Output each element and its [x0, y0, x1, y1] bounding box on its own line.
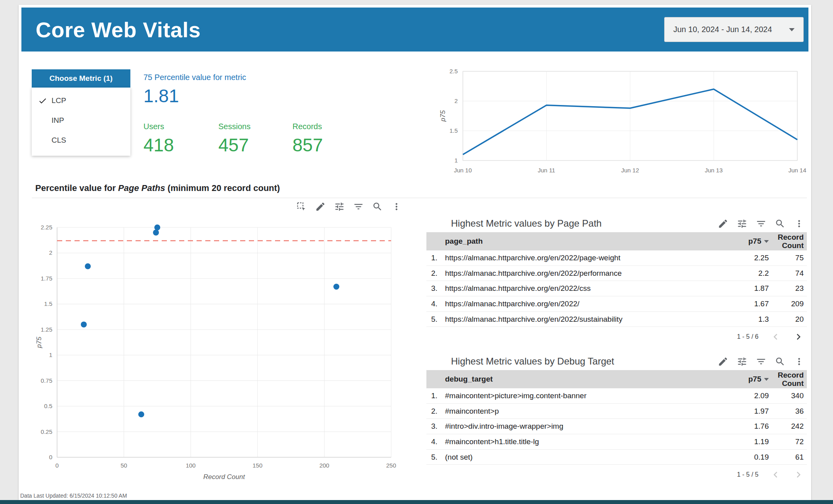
row-p75: 1.87	[717, 284, 769, 293]
data-point	[153, 229, 159, 235]
prev-page-icon[interactable]	[770, 469, 781, 481]
table-row[interactable]: 3. #intro>div.intro-image-wrapper>img 1.…	[426, 419, 807, 434]
row-index: 2.	[426, 269, 445, 278]
row-index: 2.	[426, 407, 445, 416]
row-p75: 1.76	[717, 422, 769, 431]
section-title-emphasis: Page Paths	[118, 183, 165, 193]
column-header-debug-target[interactable]: debug_target	[445, 375, 717, 384]
column-header-p75[interactable]: p75	[717, 237, 769, 246]
row-index: 1.	[426, 391, 445, 400]
data-point	[333, 284, 339, 290]
metric-selector-header[interactable]: Choose Metric (1)	[32, 69, 130, 88]
table-row[interactable]: 2. https://almanac.httparchive.org/en/20…	[426, 266, 807, 281]
row-dimension: https://almanac.httparchive.org/en/2022/…	[445, 315, 717, 324]
table-row[interactable]: 4. #maincontent>h1.title.title-lg 1.19 7…	[426, 434, 807, 450]
sort-desc-icon	[764, 240, 769, 243]
svg-text:Jun 12: Jun 12	[621, 167, 639, 174]
row-index: 3.	[426, 422, 445, 431]
row-dimension: https://almanac.httparchive.org/en/2022/…	[445, 269, 717, 278]
table-body: 1. https://almanac.httparchive.org/en/20…	[426, 250, 807, 327]
table-row[interactable]: 1. https://almanac.httparchive.org/en/20…	[426, 250, 807, 266]
row-record-count: 23	[769, 284, 807, 293]
svg-text:Jun 14: Jun 14	[788, 167, 806, 174]
table-titlebar: Highest Metric values by Debug Target	[426, 353, 807, 370]
metric-option-cls[interactable]: CLS	[32, 130, 130, 150]
filter-icon[interactable]	[353, 201, 364, 212]
svg-text:100: 100	[186, 462, 196, 469]
next-page-icon[interactable]	[793, 469, 804, 481]
section-title-prefix: Percentile value for	[35, 183, 118, 193]
column-header-page-path[interactable]: page_path	[445, 237, 717, 246]
table-row[interactable]: 2. #maincontent>p 1.97 36	[426, 404, 807, 419]
svg-text:250: 250	[386, 462, 396, 469]
data-point	[81, 321, 87, 327]
edit-icon[interactable]	[718, 218, 728, 229]
svg-text:Jun 10: Jun 10	[454, 167, 472, 174]
chart-toolbar	[296, 201, 402, 212]
theme-footer-bar	[0, 500, 833, 504]
pagination-range: 1 - 5 / 5	[737, 471, 758, 478]
table-row[interactable]: 4. https://almanac.httparchive.org/en/20…	[426, 296, 807, 312]
timeseries-chart[interactable]: 11.522.5Jun 10Jun 11Jun 12Jun 13Jun 14p7…	[439, 66, 807, 177]
row-p75: 1.67	[717, 300, 769, 308]
filter-icon[interactable]	[756, 218, 766, 229]
date-range-picker[interactable]: Jun 10, 2024 - Jun 14, 2024	[664, 17, 804, 42]
scorecard-value: 457	[218, 134, 250, 156]
prev-page-icon[interactable]	[770, 331, 781, 343]
row-record-count: 36	[769, 407, 807, 416]
row-p75: 2.25	[717, 254, 769, 262]
box-select-icon[interactable]	[296, 201, 307, 212]
table-header-row: debug_target p75 Record Count	[426, 370, 807, 388]
table-row[interactable]: 1. #maincontent>picture>img.content-bann…	[426, 388, 807, 404]
section-divider	[32, 198, 807, 198]
more-vert-icon[interactable]	[794, 356, 804, 367]
last-updated-note: Data Last Updated: 6/15/2024 10:12:50 AM	[20, 493, 127, 499]
table-page-path: Highest Metric values by Page Path page_…	[426, 215, 807, 347]
svg-text:0: 0	[49, 454, 52, 460]
tune-icon[interactable]	[334, 201, 345, 212]
table-row[interactable]: 5. (not set) 0.19 61	[426, 450, 807, 465]
row-p75: 1.3	[717, 315, 769, 324]
scatter-chart[interactable]: 00.250.50.7511.251.51.7522.2505010015020…	[36, 221, 417, 484]
scorecard-value: 418	[143, 134, 174, 156]
zoom-icon[interactable]	[775, 218, 785, 229]
row-record-count: 242	[769, 422, 807, 431]
metric-option-lcp[interactable]: LCP	[32, 91, 130, 111]
data-point	[85, 263, 91, 269]
table-row[interactable]: 5. https://almanac.httparchive.org/en/20…	[426, 312, 807, 327]
edit-icon[interactable]	[315, 201, 326, 212]
column-header-record-count[interactable]: Record Count	[769, 233, 807, 250]
row-dimension: #intro>div.intro-image-wrapper>img	[445, 422, 717, 431]
section-title-suffix: (minimum 20 record count)	[165, 183, 280, 193]
svg-text:Jun 11: Jun 11	[538, 167, 555, 174]
row-index: 3.	[426, 284, 445, 293]
row-index: 4.	[426, 437, 445, 446]
metric-option-inp[interactable]: INP	[32, 111, 130, 130]
row-record-count: 20	[769, 315, 807, 324]
row-p75: 1.97	[717, 407, 769, 416]
more-vert-icon[interactable]	[794, 218, 804, 229]
table-row[interactable]: 3. https://almanac.httparchive.org/en/20…	[426, 281, 807, 296]
tune-icon[interactable]	[737, 356, 747, 367]
svg-text:150: 150	[252, 462, 262, 469]
data-point	[154, 225, 160, 231]
next-page-icon[interactable]	[793, 331, 804, 343]
zoom-icon[interactable]	[372, 201, 383, 212]
row-index: 5.	[426, 453, 445, 462]
row-p75: 1.19	[717, 437, 769, 446]
metric-option-label: CLS	[52, 136, 66, 145]
more-vert-icon[interactable]	[391, 201, 402, 212]
edit-icon[interactable]	[718, 356, 728, 367]
report-card: Core Web Vitals Jun 10, 2024 - Jun 14, 2…	[19, 5, 811, 500]
tune-icon[interactable]	[737, 218, 747, 229]
column-header-p75[interactable]: p75	[717, 375, 769, 384]
table-toolbar	[718, 218, 804, 229]
column-header-record-count[interactable]: Record Count	[769, 371, 807, 388]
check-icon	[38, 96, 52, 105]
filter-icon[interactable]	[756, 356, 766, 367]
row-record-count: 340	[769, 391, 807, 400]
row-record-count: 209	[769, 300, 807, 308]
row-index: 1.	[426, 254, 445, 262]
zoom-icon[interactable]	[775, 356, 785, 367]
svg-text:1.5: 1.5	[44, 300, 52, 307]
